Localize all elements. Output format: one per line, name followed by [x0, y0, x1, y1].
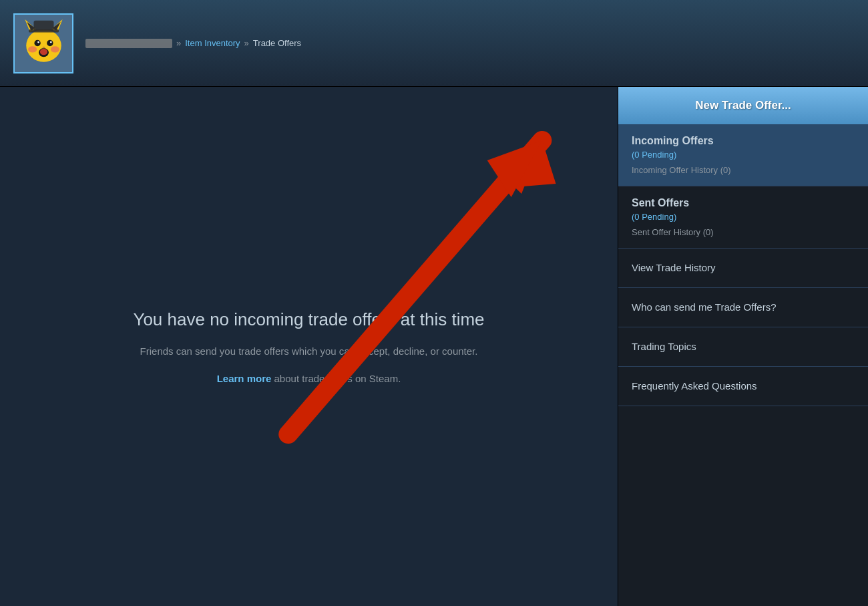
breadcrumb-trade-offers: Trade Offers — [253, 38, 301, 48]
svg-point-11 — [50, 46, 59, 52]
svg-point-10 — [28, 46, 37, 52]
right-sidebar: New Trade Offer... Incoming Offers (0 Pe… — [618, 87, 868, 606]
who-can-send-item[interactable]: Who can send me Trade Offers? — [618, 288, 868, 327]
breadcrumb: » Item Inventory » Trade Offers — [85, 38, 301, 48]
learn-more-suffix: about trade offers on Steam. — [271, 373, 401, 384]
svg-marker-20 — [487, 140, 542, 197]
svg-point-13 — [39, 49, 47, 55]
svg-point-7 — [47, 40, 53, 46]
new-trade-offer-button[interactable]: New Trade Offer... — [618, 87, 868, 124]
svg-marker-19 — [515, 140, 556, 187]
avatar — [13, 13, 73, 73]
incoming-offers-section: Incoming Offers (0 Pending) Incoming Off… — [618, 124, 868, 186]
faq-label: Frequently Asked Questions — [632, 380, 757, 392]
svg-point-6 — [34, 40, 40, 46]
left-panel: You have no incoming trade offers at thi… — [0, 87, 618, 606]
incoming-offers-pending: (0 Pending) — [632, 150, 855, 160]
sent-offers-pending: (0 Pending) — [632, 212, 855, 222]
breadcrumb-sep-1: » — [176, 38, 181, 48]
svg-line-17 — [288, 140, 542, 434]
who-can-send-label: Who can send me Trade Offers? — [632, 301, 777, 313]
svg-point-9 — [49, 41, 51, 43]
breadcrumb-sep-2: » — [244, 38, 249, 48]
trading-topics-item[interactable]: Trading Topics — [618, 327, 868, 367]
learn-more-link[interactable]: Learn more — [217, 373, 272, 384]
svg-point-14 — [42, 47, 45, 49]
empty-state: You have no incoming trade offers at thi… — [133, 309, 484, 384]
svg-point-8 — [37, 41, 39, 43]
svg-point-1 — [26, 29, 61, 62]
faq-item[interactable]: Frequently Asked Questions — [618, 367, 868, 406]
incoming-offers-title: Incoming Offers — [632, 135, 855, 147]
trading-topics-label: Trading Topics — [632, 341, 696, 352]
empty-state-description: Friends can send you trade offers which … — [133, 343, 484, 359]
empty-state-learn: Learn more about trade offers on Steam. — [133, 373, 484, 384]
sent-offers-title: Sent Offers — [632, 197, 855, 209]
main-content: You have no incoming trade offers at thi… — [0, 87, 868, 606]
breadcrumb-item-inventory[interactable]: Item Inventory — [185, 38, 240, 48]
view-trade-history-item[interactable]: View Trade History — [618, 249, 868, 288]
header: » Item Inventory » Trade Offers — [0, 0, 868, 87]
sent-offer-history-link[interactable]: Sent Offer History (0) — [632, 227, 855, 237]
incoming-offer-history-link[interactable]: Incoming Offer History (0) — [632, 165, 855, 175]
empty-state-title: You have no incoming trade offers at thi… — [133, 309, 484, 330]
svg-rect-16 — [33, 21, 53, 31]
svg-marker-18 — [494, 140, 542, 194]
username-blur — [85, 39, 172, 48]
sent-offers-section: Sent Offers (0 Pending) Sent Offer Histo… — [618, 186, 868, 249]
view-trade-history-label: View Trade History — [632, 262, 716, 273]
